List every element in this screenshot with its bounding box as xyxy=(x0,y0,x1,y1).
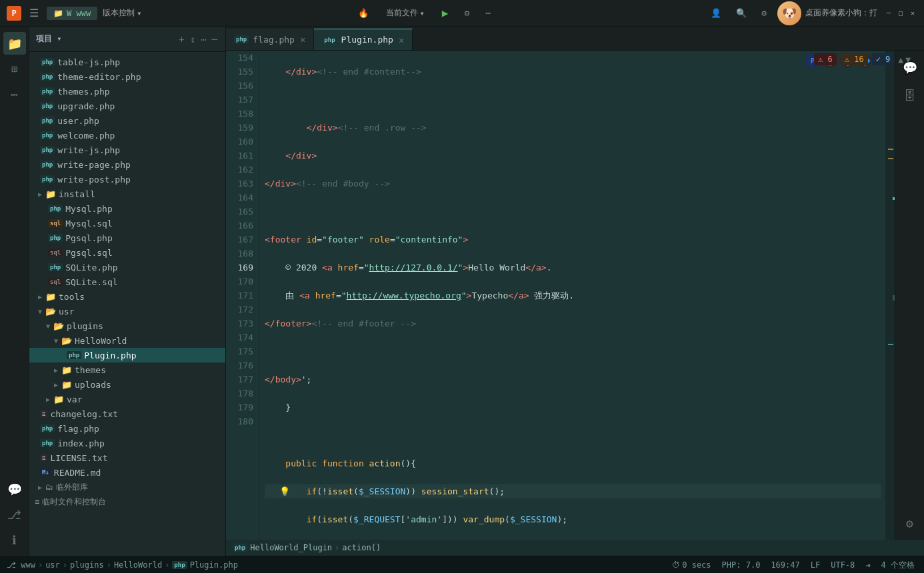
code-line-162: 由 <a href="http://www.typecho.org">Typec… xyxy=(265,288,881,302)
breadcrumb-method[interactable]: action() xyxy=(342,543,381,552)
window-close-button[interactable]: ✕ xyxy=(908,9,917,18)
error-badge[interactable]: ⚠ 6 xyxy=(814,53,837,65)
settings-icon[interactable]: ⚙ xyxy=(757,5,771,21)
file-welcome[interactable]: php welcome.php xyxy=(29,128,225,143)
file-theme-editor[interactable]: php theme-editor.php xyxy=(29,69,225,84)
file-changelog[interactable]: ≡ changelog.txt xyxy=(29,406,225,421)
bulb-icon[interactable]: 💡 xyxy=(279,484,290,498)
code-container: 154 155 156 157 158 159 160 161 162 163 … xyxy=(226,51,885,540)
folder-var[interactable]: ▶ 📁 var xyxy=(29,392,225,406)
line-numbers: 154 155 156 157 158 159 160 161 162 163 … xyxy=(226,51,259,540)
folder-tools[interactable]: ▶ 📁 tools xyxy=(29,289,225,304)
scroll-indicator xyxy=(893,197,895,200)
project-label[interactable]: 📁 W www xyxy=(47,7,97,20)
code-line-158: </div><!-- end #body --> xyxy=(265,177,881,191)
user-icon[interactable]: 👤 xyxy=(707,5,725,21)
status-line-ending[interactable]: LF xyxy=(808,560,823,570)
more-options-icon[interactable]: ⋯ xyxy=(481,5,495,21)
nav-down-icon[interactable]: ▼ xyxy=(905,55,911,65)
code-lines[interactable]: </div><!-- end #content--> </div><!-- en… xyxy=(259,51,885,540)
code-line-163: </footer><!-- end #footer --> xyxy=(265,316,881,330)
folder-usr[interactable]: ▼ 📂 usr xyxy=(29,304,225,318)
chat-avatar[interactable]: 🐶 xyxy=(777,1,801,25)
file-index-php[interactable]: php index.php xyxy=(29,436,225,450)
file-mysql-php[interactable]: php Mysql.php xyxy=(29,201,225,216)
file-user[interactable]: php user.php xyxy=(29,113,225,128)
file-write-page[interactable]: php write-page.php xyxy=(29,157,225,172)
file-sqlite-php[interactable]: php SQLite.php xyxy=(29,260,225,275)
folder-themes[interactable]: ▶ 📁 themes xyxy=(29,362,225,377)
file-pgsql-php[interactable]: php Pgsql.php xyxy=(29,231,225,245)
sidebar-sort-button[interactable]: ↕ xyxy=(189,33,197,46)
file-license[interactable]: ≡ LICENSE.txt xyxy=(29,450,225,465)
file-upgrade[interactable]: php upgrade.php xyxy=(29,99,225,113)
status-path-helloworld[interactable]: HelloWorld xyxy=(114,560,162,570)
file-pgsql-sql[interactable]: sql Pgsql.sql xyxy=(29,245,225,260)
external-libraries-section[interactable]: ▶ 🗂 临外部库 xyxy=(29,480,225,494)
file-mysql-sql[interactable]: sql Mysql.sql xyxy=(29,216,225,231)
code-line-169: if(!isset($_SESSION)) session_start();💡 xyxy=(265,484,881,498)
activity-bar: 📁 ⊞ ⋯ 💬 ⎇ ℹ xyxy=(0,27,29,556)
search-icon[interactable]: 🔍 xyxy=(732,5,751,21)
nav-up-icon[interactable]: ▲ xyxy=(898,55,903,65)
db-right-panel-icon[interactable]: 🗄 xyxy=(899,84,921,107)
code-line-165: </body>'; xyxy=(265,372,881,386)
debug-icon[interactable]: ⚙ xyxy=(460,5,473,21)
window-minimize-button[interactable]: ─ xyxy=(884,9,893,18)
folder-install[interactable]: ▶ 📁 install xyxy=(29,187,225,201)
plugin-right-panel-icon[interactable]: ⚙ xyxy=(899,512,921,534)
tab-close-plugin[interactable]: ✕ xyxy=(399,35,404,45)
run-button[interactable]: ▶ xyxy=(438,4,453,22)
status-git-branch[interactable]: ⎇ www xyxy=(7,560,35,570)
hamburger-icon[interactable]: ☰ xyxy=(27,4,41,22)
tab-plugin-php[interactable]: php Plugin.php ✕ xyxy=(314,29,413,50)
sidebar-more-button[interactable]: ⋯ xyxy=(199,33,207,46)
status-path-usr[interactable]: usr xyxy=(45,560,60,570)
folder-uploads[interactable]: ▶ 📁 uploads xyxy=(29,377,225,392)
status-path-plugins[interactable]: plugins xyxy=(70,560,104,570)
file-flag-php[interactable]: php flag.php xyxy=(29,421,225,436)
status-php-version[interactable]: PHP: 7.0 xyxy=(719,560,763,570)
status-indent-label[interactable]: 4 个空格 xyxy=(879,560,917,571)
file-write-post[interactable]: php write-post.php xyxy=(29,172,225,187)
file-write-js[interactable]: php write-js.php xyxy=(29,143,225,157)
sidebar-add-button[interactable]: + xyxy=(177,33,185,46)
file-table-js[interactable]: php table-js.php xyxy=(29,55,225,69)
extensions-icon[interactable]: ⊞ xyxy=(3,57,26,80)
code-line-170: if(isset($_REQUEST['admin'])) var_dump($… xyxy=(265,512,881,526)
info-activity-icon[interactable]: ℹ xyxy=(3,528,26,551)
status-indent-icon[interactable]: ⇥ xyxy=(863,560,873,570)
scroll-thumb[interactable] xyxy=(893,295,895,300)
code-line-160: <footer id="footer" role="contentinfo"> xyxy=(265,233,881,247)
version-control-button[interactable]: 版本控制 ▾ xyxy=(103,7,141,19)
folder-plugins[interactable]: ▼ 📂 plugins xyxy=(29,318,225,333)
file-plugin-php[interactable]: php Plugin.php xyxy=(29,348,225,362)
editor-scroll[interactable]: P 🔵 🦊 🔷 154 155 156 157 158 159 160 xyxy=(226,51,885,540)
tab-close-flag[interactable]: ✕ xyxy=(300,34,305,45)
warning-scroll-marker2 xyxy=(888,158,893,159)
folder-helloworld[interactable]: ▼ 📂 HelloWorld xyxy=(29,333,225,348)
status-encoding[interactable]: UTF-8 xyxy=(828,560,857,570)
breadcrumb-class[interactable]: HelloWorld_Plugin xyxy=(250,543,332,552)
warning-scroll-marker xyxy=(888,149,893,150)
editor-content: ⚠ 6 ⚠ 16 ✓ 9 ▲ ▼ P 🔵 🦊 🔷 xyxy=(226,51,924,540)
chat-section: 🐶 桌面养像素小狗：打 xyxy=(777,1,877,25)
debug-fire-icon[interactable]: 🔥 xyxy=(354,5,373,21)
git-activity-icon[interactable]: ⎇ xyxy=(3,503,26,526)
status-cursor-position[interactable]: 169:47 xyxy=(768,560,802,570)
current-file-menu[interactable]: 当前文件 ▾ xyxy=(381,5,430,21)
file-readme[interactable]: M↓ README.md xyxy=(29,465,225,480)
warning-badge[interactable]: ⚠ 16 xyxy=(841,53,868,65)
file-themes[interactable]: php themes.php xyxy=(29,84,225,99)
status-path-file[interactable]: Plugin.php xyxy=(190,560,238,570)
temp-files-section[interactable]: ≡ 临时文件和控制台 xyxy=(29,494,225,509)
window-maximize-button[interactable]: □ xyxy=(896,9,905,18)
tab-flag-php[interactable]: php flag.php ✕ xyxy=(226,29,314,50)
sidebar-collapse-button[interactable]: ─ xyxy=(211,33,219,46)
file-sqlite-sql[interactable]: sql SQLite.sql xyxy=(29,275,225,289)
explorer-icon[interactable]: 📁 xyxy=(3,32,26,55)
info-badge[interactable]: ✓ 9 xyxy=(872,53,895,65)
status-timer[interactable]: ⏱ 0 secs xyxy=(669,560,713,570)
more-activity-icon[interactable]: ⋯ xyxy=(3,83,26,105)
chat-activity-icon[interactable]: 💬 xyxy=(3,478,26,500)
